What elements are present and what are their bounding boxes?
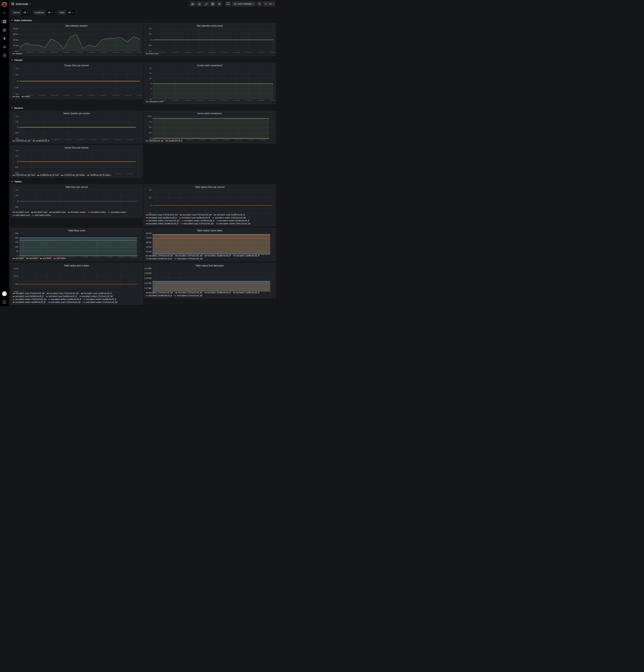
panel-title[interactable]: Table replica disk io bytes [11, 263, 143, 267]
save-dashboard-button[interactable] [210, 1, 216, 7]
legend-item[interactable]: test.table3::written [108, 211, 126, 213]
legend-item[interactable]: test2.table4 [54, 257, 66, 260]
legend-item[interactable]: test.table1::written [68, 211, 86, 213]
legend-item[interactable]: test.table2::written::2acf86c4ec28_lfi [217, 220, 249, 222]
panel-title[interactable]: Cluster Docs per second [11, 63, 143, 67]
panel-title[interactable]: Cluster client connections [144, 63, 276, 67]
grafana-logo[interactable] [0, 0, 9, 9]
legend-item[interactable]: test2.table4::27af7ae21c6f_9j4 [174, 258, 202, 260]
chart-cluster-docs-per-second[interactable]: -1.0-0.500.51.014:27:3014:28:0014:28:301… [11, 67, 143, 96]
legend-item[interactable]: 2acf86c4ec28_lfi::read [37, 174, 59, 176]
panel-title[interactable]: Table replica Disk data bytes [144, 263, 276, 267]
legend-item[interactable]: test.table1::written::27af7ae21c6f_9j4 [79, 295, 113, 298]
section-header-servers[interactable]: Servers [9, 106, 277, 111]
panel-title[interactable]: Server Queries per second [11, 111, 143, 115]
legend-item[interactable]: written [22, 96, 30, 98]
dashboard-settings-button[interactable]: ⚙ [217, 1, 222, 7]
legend-item[interactable]: test.table2::written [88, 211, 106, 213]
panel-title[interactable]: Stat collection duration [11, 23, 143, 27]
legend-item[interactable]: test.table1::read [13, 211, 29, 213]
star-dashboard-button[interactable] [196, 1, 202, 7]
legend-item[interactable]: test.table3::written::2acf86c4ec28_lfi [13, 301, 45, 303]
panel-title[interactable]: Server client connections [144, 111, 276, 115]
legend-item[interactable]: test.table3::written::2acf86c4ec28_lfi [146, 223, 179, 225]
legend-item[interactable]: test2.table4::written [32, 214, 51, 216]
legend-item[interactable]: test.table1::27af7ae21c6f_9j4 [146, 292, 173, 294]
legend-item[interactable]: test.table2::read::27af7ae21c6f_9j4 [47, 292, 79, 295]
explore-compass-icon[interactable] [0, 26, 9, 34]
filter-database[interactable]: Database All▾ [33, 10, 54, 15]
dashboards-icon[interactable] [0, 17, 9, 26]
legend-item[interactable]: test.table2::2acf86c4ec28_lfi [233, 292, 259, 294]
legend-item[interactable]: duration [13, 52, 22, 55]
legend-item[interactable]: 27af7ae21c6f_9j4::read [13, 174, 35, 176]
legend-item[interactable]: test.table2::2acf86c4ec28_lfi [233, 255, 259, 257]
legend-item[interactable]: test.table2::written::27af7ae21c6f_9j4 [146, 220, 179, 222]
legend-item[interactable]: 27af7ae21c6f_9j4 [13, 140, 30, 142]
legend-item[interactable]: test.table1::written::2acf86c4ec28_lfi [182, 220, 214, 222]
chart-stat-collection-errors[interactable]: -1.0-0.500.51.014:27:3014:28:0014:28:301… [144, 27, 276, 52]
time-range-picker[interactable]: Last 5 minutes ▾ [232, 1, 256, 7]
chart-stat-collection-duration[interactable]: 0 ns10 ms20 ms30 ms40 ms14:27:3014:28:00… [11, 27, 143, 52]
chart-table-replica-disk-io-bytes[interactable]: -1.0 B-0.5 B0 B0.5 B1.0 B14:28:0014:28:3… [11, 267, 143, 292]
legend-item[interactable]: connections count [146, 100, 164, 103]
legend-item[interactable]: 2acf86c4ec28_lfi::written [87, 174, 110, 176]
alerting-bell-icon[interactable] [0, 34, 9, 43]
panel-title[interactable]: Table replica Cache bytes [144, 228, 276, 232]
legend-item[interactable]: 2acf86c4ec28_lfi [33, 140, 49, 142]
legend-item[interactable]: 2acf86c4ec28_lfi [166, 140, 182, 142]
filter-table[interactable]: Table All▾ [57, 10, 74, 15]
section-header-tables[interactable]: Tables [9, 179, 277, 184]
chart-server-client-connections[interactable]: 02.55.07.510.014:27:3014:28:0014:28:3014… [144, 115, 276, 140]
panel-title[interactable]: Table Docs per second [11, 184, 143, 188]
legend-item[interactable]: test.table1::27af7ae21c6f_9j4 [146, 255, 173, 257]
legend-item[interactable]: test.table1::read::2acf86c4ec28_lfi [81, 292, 112, 295]
legend-item[interactable]: test.table1::written::2acf86c4ec28_lfi [48, 298, 81, 300]
legend-item[interactable]: test.table3::read::2acf86c4ec28_lfi [179, 217, 210, 219]
legend-item[interactable]: test.table2::read::2acf86c4ec28_lfi [13, 295, 44, 298]
chart-server-queries-per-second[interactable]: -1.0-0.500.51.014:27:3014:28:0014:28:301… [11, 115, 143, 140]
legend-item[interactable]: test2.table4::written::27af7ae21c6f_9j4 [83, 301, 117, 303]
legend-item[interactable]: test.table2 [26, 257, 38, 260]
chart-server-docs-per-second[interactable]: -1.0-0.500.51.014:27:3014:28:0014:28:301… [11, 149, 143, 174]
legend-item[interactable]: test.table2::read [31, 211, 47, 213]
legend-item[interactable]: test.table2::read::27af7ae21c6f_9j4 [180, 214, 212, 216]
legend-item[interactable]: test2.table4::read [13, 214, 30, 216]
legend-item[interactable]: test.table1 [13, 257, 24, 260]
zoom-out-time-button[interactable] [257, 1, 262, 7]
legend-item[interactable]: test.table3::read [49, 211, 65, 213]
configuration-gear-icon[interactable]: ⚙ [0, 43, 9, 51]
server-admin-shield-icon[interactable] [0, 51, 9, 60]
legend-item[interactable]: test.table2::27af7ae21c6f_9j4 [175, 292, 202, 294]
legend-item[interactable]: test.table3::2acf86c4ec28_lfi [146, 295, 172, 297]
panel-title[interactable]: Table Rows count [11, 228, 143, 232]
panel-title[interactable]: Server Docs per second [11, 145, 143, 149]
dashboard-title-group[interactable]: Rethinkdb ▾ [11, 2, 31, 5]
legend-item[interactable]: errors count [146, 52, 158, 55]
legend-item[interactable]: test.table1::read::27af7ae21c6f_9j4 [13, 292, 45, 295]
legend-item[interactable]: test.table1::2acf86c4ec28_lfi [205, 292, 231, 294]
share-dashboard-button[interactable] [203, 1, 209, 7]
create-plus-icon[interactable]: + [0, 9, 9, 17]
legend-item[interactable]: test.table2::read::2acf86c4ec28_lfi [146, 217, 177, 219]
legend-item[interactable]: 27af7ae21c6f_9j4::written [61, 174, 85, 176]
section-header-cluster[interactable]: Cluster [9, 58, 277, 63]
legend-item[interactable]: test.table3 [40, 257, 51, 260]
add-panel-button[interactable]: + [190, 1, 196, 7]
panel-title[interactable]: Stat collection errors count [144, 23, 276, 27]
chart-table-replica-cache-bytes[interactable]: 39 KiB49 KiB59 KiB68 KiB78 KiB88 KiB14:2… [144, 232, 276, 255]
legend-item[interactable]: test.table2::27af7ae21c6f_9j4 [175, 255, 202, 257]
chart-table-rows-count[interactable]: 05010015020025014:28:0014:28:3014:29:001… [11, 232, 143, 257]
panel-title[interactable]: Table replica Docs per second [144, 184, 276, 188]
chart-table-replica-docs-per-second[interactable]: -1.0-0.500.51.014:28:0014:28:3014:29:001… [144, 188, 276, 214]
legend-item[interactable]: test2.table4::read::27af7ae21c6f_9j4 [48, 301, 81, 303]
legend-item[interactable]: 27af7ae21c6f_9j4 [146, 140, 164, 142]
cycle-view-mode-button[interactable] [225, 1, 231, 7]
legend-item[interactable]: test.table1::read::27af7ae21c6f_9j4 [146, 214, 178, 216]
legend-item[interactable]: test2.table4::27af7ae21c6f_9j4 [174, 295, 202, 297]
legend-item[interactable]: test.table3::2acf86c4ec28_lfi [146, 258, 172, 260]
legend-item[interactable]: test.table2::written::2acf86c4ec28_lfi [84, 298, 116, 300]
chart-cluster-client-connections[interactable]: 678910111214:27:3014:28:0014:28:3014:29:… [144, 67, 276, 100]
legend-item[interactable]: test.table1::read::2acf86c4ec28_lfi [214, 214, 245, 216]
filter-server[interactable]: Server All▾ [11, 10, 30, 15]
